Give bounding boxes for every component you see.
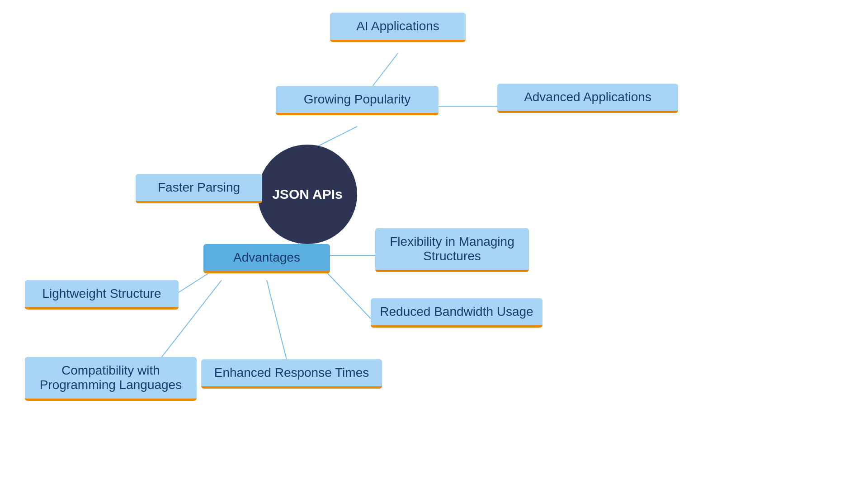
- center-node: JSON APIs: [258, 145, 357, 244]
- svg-line-0: [316, 127, 357, 147]
- enhanced-response-label: Enhanced Response Times: [214, 366, 369, 380]
- lightweight-structure-label: Lightweight Structure: [42, 286, 161, 300]
- advantages-node: Advantages: [203, 244, 330, 273]
- advanced-applications-node: Advanced Applications: [497, 84, 678, 113]
- growing-popularity-node: Growing Popularity: [276, 86, 439, 115]
- ai-applications-label: AI Applications: [356, 19, 439, 33]
- enhanced-response-node: Enhanced Response Times: [201, 359, 382, 389]
- faster-parsing-node: Faster Parsing: [136, 174, 262, 203]
- center-node-label: JSON APIs: [272, 187, 343, 202]
- reduced-bandwidth-node: Reduced Bandwidth Usage: [371, 298, 542, 328]
- ai-applications-node: AI Applications: [330, 13, 466, 42]
- advantages-label: Advantages: [233, 250, 300, 264]
- compatibility-label: Compatibility with Programming Languages: [40, 363, 182, 392]
- flexibility-label: Flexibility in Managing Structures: [390, 235, 514, 263]
- reduced-bandwidth-label: Reduced Bandwidth Usage: [380, 305, 533, 319]
- svg-line-9: [267, 280, 287, 361]
- faster-parsing-label: Faster Parsing: [158, 180, 240, 194]
- advanced-applications-label: Advanced Applications: [524, 90, 651, 104]
- svg-line-8: [326, 271, 371, 319]
- flexibility-node: Flexibility in Managing Structures: [375, 228, 529, 272]
- mind-map-container: JSON APIs AI Applications Growing Popula…: [0, 0, 868, 488]
- growing-popularity-label: Growing Popularity: [304, 92, 411, 106]
- compatibility-node: Compatibility with Programming Languages: [25, 357, 197, 401]
- lightweight-structure-node: Lightweight Structure: [25, 280, 179, 310]
